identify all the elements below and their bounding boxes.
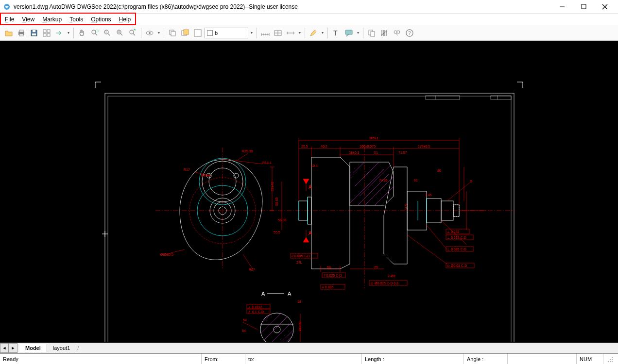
svg-line-147 <box>243 322 258 330</box>
measure-distance-button[interactable] <box>285 27 296 39</box>
layers-button[interactable] <box>167 27 178 39</box>
dim-255: 25.5 <box>301 145 308 148</box>
save-all-button[interactable] <box>41 27 52 39</box>
tab-model[interactable]: Model <box>19 344 47 352</box>
dim-18: 18 <box>297 300 301 303</box>
tab-nav-prev[interactable]: ◄ <box>0 343 9 353</box>
svg-line-22 <box>120 33 122 35</box>
dim-3849: 38±0.1 <box>349 151 359 154</box>
tab-layout1[interactable]: layout1 <box>47 344 76 352</box>
svg-rect-32 <box>184 30 189 34</box>
open-button[interactable] <box>3 27 15 39</box>
svg-line-26 <box>133 33 135 35</box>
svg-line-75 <box>236 153 248 161</box>
markup-dropdown[interactable]: ▾ <box>320 31 325 35</box>
svg-line-94 <box>369 172 408 211</box>
layer-select[interactable]: b <box>205 28 248 38</box>
tol-5: ⊥ 0.015 C-D <box>447 236 466 239</box>
zoom-extents-button[interactable] <box>127 27 138 39</box>
copy-button[interactable] <box>366 27 378 39</box>
dim-104: 10.4 <box>311 164 318 167</box>
count-button[interactable] <box>378 27 390 39</box>
tab-model-label: Model <box>25 345 41 351</box>
svg-point-171 <box>612 357 613 358</box>
color-swatch-button[interactable] <box>192 27 204 39</box>
svg-rect-59 <box>108 96 511 342</box>
measure-area-button[interactable] <box>272 27 284 39</box>
menu-file[interactable]: File <box>1 15 18 24</box>
find-button[interactable] <box>391 27 403 39</box>
status-angle: Angle : <box>464 354 508 364</box>
zoom-window-button[interactable] <box>89 27 101 39</box>
section-AA-label2: A <box>288 291 292 297</box>
help-button[interactable]: ? <box>404 27 415 39</box>
layer-state-button[interactable] <box>179 27 191 39</box>
svg-point-169 <box>608 361 609 362</box>
svg-line-77 <box>243 254 253 269</box>
layer-select-label: b <box>215 30 218 36</box>
svg-rect-14 <box>47 33 50 36</box>
drawing-canvas[interactable]: R16.4 R17 R25.39 R49.8 Ø85±0.5 R67 37±40… <box>0 41 618 343</box>
menu-tools[interactable]: Tools <box>66 15 87 24</box>
measure-dropdown[interactable]: ▾ <box>297 31 302 35</box>
dim-1004: 100±0.075 <box>360 145 376 148</box>
svg-point-167 <box>610 361 611 362</box>
tol-10: ⊥ 0.1012 <box>248 305 262 309</box>
app-icon <box>3 3 11 11</box>
maximize-button[interactable] <box>576 2 591 12</box>
print-button[interactable] <box>16 27 27 39</box>
comment-button[interactable] <box>343 27 355 39</box>
svg-line-123 <box>407 235 447 264</box>
dim-3054: 305±1 <box>369 136 379 140</box>
pan-button[interactable] <box>76 27 88 39</box>
dim-r164: R16.4 <box>262 161 272 165</box>
dim-402: 40.2 <box>321 145 327 148</box>
menu-help[interactable]: Help <box>115 15 135 24</box>
tabs-bar: ◄ ► Model layout1 / <box>0 343 618 353</box>
dim-80: 80 <box>437 169 441 172</box>
svg-rect-6 <box>19 30 23 32</box>
tol-3: // 0.005 C-D <box>292 254 310 258</box>
layer-dropdown[interactable]: ▾ <box>249 31 254 35</box>
tol-11: ⫽ 0.1 C-D <box>248 310 264 314</box>
status-resize-grip[interactable] <box>603 354 618 364</box>
view-dropdown[interactable]: ▾ <box>156 31 161 35</box>
menu-options[interactable]: Options <box>87 15 115 24</box>
svg-rect-11 <box>43 30 46 33</box>
dim-2x2: 2-Ø8 <box>388 274 395 278</box>
dim-1795: 179±0.5 <box>418 145 430 148</box>
title-bar: version1.dwg AutoDWG DWGSee 2022(c:\prog… <box>0 0 618 14</box>
svg-point-28 <box>149 32 151 34</box>
svg-point-170 <box>610 359 611 360</box>
close-button[interactable] <box>598 2 612 12</box>
dim-r498: R49.8 <box>201 174 210 177</box>
svg-point-168 <box>612 359 613 360</box>
svg-point-25 <box>130 30 134 34</box>
menu-markup[interactable]: Markup <box>38 15 66 24</box>
save-button[interactable] <box>28 27 40 39</box>
comment-dropdown[interactable]: ▾ <box>356 31 360 35</box>
dim-51: 51 <box>374 151 378 154</box>
markup-pen-button[interactable] <box>308 27 319 39</box>
dim-7157: 71.57 <box>398 151 407 154</box>
status-to: to: <box>245 354 362 364</box>
dim-749: 74.9 <box>404 204 408 211</box>
measure-linear-button[interactable] <box>259 27 271 39</box>
tab-nav-next[interactable]: ► <box>9 343 17 353</box>
zoom-in-button[interactable] <box>114 27 126 39</box>
forward-dropdown[interactable]: ▾ <box>66 31 71 35</box>
svg-line-73 <box>223 159 262 164</box>
dim-29: 29 <box>374 265 378 269</box>
drawing-svg: R16.4 R17 R25.39 R49.8 Ø85±0.5 R67 37±40… <box>0 41 618 342</box>
toolbar: ▾ ▾ b ▾ ▾ ▾ T ▾ ? <box>0 25 618 41</box>
zoom-out-button[interactable] <box>102 27 113 39</box>
dim-3740: 37±40 <box>271 182 274 191</box>
view-button[interactable] <box>144 27 155 39</box>
forward-button[interactable] <box>53 27 65 39</box>
text-button[interactable]: T <box>330 27 342 39</box>
status-spacer <box>508 354 577 364</box>
menu-view[interactable]: View <box>18 15 38 24</box>
minimize-button[interactable] <box>555 2 569 12</box>
dim-5805: 58.05 <box>275 197 278 206</box>
svg-line-122 <box>427 225 447 249</box>
